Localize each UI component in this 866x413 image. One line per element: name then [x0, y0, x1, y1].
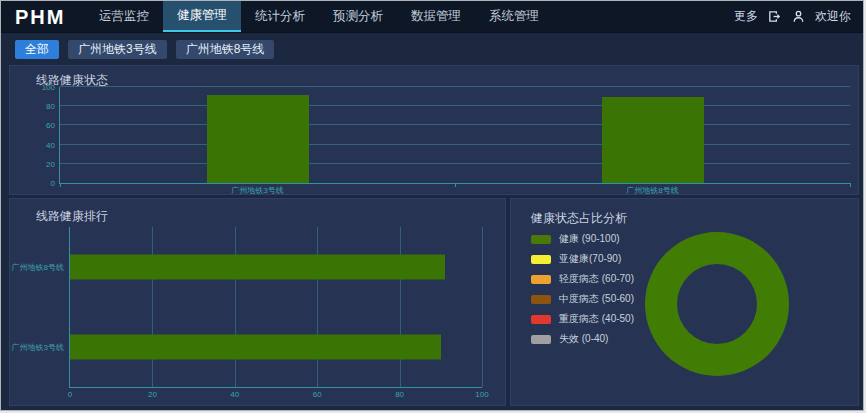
app-logo: PHM	[1, 1, 85, 32]
x-category-label: 广州地铁8号线	[455, 185, 850, 196]
nav-tab[interactable]: 健康管理	[163, 1, 241, 32]
legend-swatch	[531, 235, 551, 244]
bar-slot: 广州地铁8号线	[455, 87, 850, 183]
axis-tick	[850, 183, 851, 187]
panel-title: 线路健康排行	[36, 208, 108, 225]
legend-item[interactable]: 中度病态 (50-60)	[531, 292, 634, 306]
donut-legend: 健康 (90-100)亚健康(70-90)轻度病态 (60-70)中度病态 (5…	[531, 232, 634, 346]
x-axis-tick-label: 20	[148, 390, 157, 399]
x-axis-tick-label: 100	[475, 390, 488, 399]
legend-swatch	[531, 295, 551, 304]
legend-swatch	[531, 275, 551, 284]
phm-dashboard: PHM 运营监控健康管理统计分析预测分析数据管理系统管理 更多 欢迎你 全部广州…	[0, 0, 864, 411]
bar[interactable]	[70, 335, 441, 360]
legend-label: 失效 (0-40)	[559, 332, 608, 346]
legend-item[interactable]: 重度病态 (40-50)	[531, 312, 634, 326]
y-category-label: 广州地铁8号线	[12, 262, 64, 273]
legend-swatch	[531, 255, 551, 264]
nav-tab[interactable]: 预测分析	[319, 1, 397, 32]
legend-label: 轻度病态 (60-70)	[559, 272, 634, 286]
panel-line-health-ranking: 线路健康排行 020406080100广州地铁8号线广州地铁3号线	[9, 198, 506, 406]
axis-tick	[455, 183, 456, 187]
y-axis-tick-label: 80	[46, 102, 55, 111]
legend-item[interactable]: 失效 (0-40)	[531, 332, 634, 346]
bar[interactable]	[602, 97, 704, 183]
line-filter-group: 全部广州地铁3号线广州地铁8号线	[15, 40, 274, 59]
nav-tab[interactable]: 系统管理	[475, 1, 553, 32]
logout-icon[interactable]	[767, 9, 782, 24]
bar-row: 广州地铁8号线	[70, 227, 482, 307]
y-axis-tick-label: 60	[46, 121, 55, 130]
nav-tab[interactable]: 运营监控	[85, 1, 163, 32]
x-axis-tick-label: 60	[313, 390, 322, 399]
legend-item[interactable]: 轻度病态 (60-70)	[531, 272, 634, 286]
nav-tab[interactable]: 数据管理	[397, 1, 475, 32]
legend-swatch	[531, 335, 551, 344]
panel-title: 健康状态占比分析	[531, 210, 627, 227]
top-navbar: PHM 运营监控健康管理统计分析预测分析数据管理系统管理 更多 欢迎你	[1, 1, 863, 33]
nav-tab[interactable]: 统计分析	[241, 1, 319, 32]
panel-line-health-status: 线路健康状态 020406080100广州地铁3号线广州地铁8号线	[9, 65, 859, 195]
y-category-label: 广州地铁3号线	[12, 342, 64, 353]
user-icon[interactable]	[791, 9, 806, 24]
legend-label: 健康 (90-100)	[559, 232, 620, 246]
bar-chart-line-health: 020406080100广州地铁3号线广州地铁8号线	[59, 87, 850, 184]
bar-chart-line-ranking: 020406080100广州地铁8号线广州地铁3号线	[69, 227, 482, 388]
x-axis-tick-label: 80	[395, 390, 404, 399]
bar[interactable]	[207, 95, 309, 183]
panel-health-status-share: 健康状态占比分析 健康 (90-100)亚健康(70-90)轻度病态 (60-7…	[510, 198, 859, 406]
bar-row: 广州地铁3号线	[70, 307, 482, 387]
y-axis-tick-label: 0	[51, 179, 55, 188]
legend-swatch	[531, 315, 551, 324]
axis-tick	[60, 183, 61, 187]
donut-chart	[645, 232, 789, 376]
legend-label: 重度病态 (40-50)	[559, 312, 634, 326]
navbar-right: 更多 欢迎你	[734, 1, 863, 32]
y-axis-tick-label: 20	[46, 159, 55, 168]
bar-slot: 广州地铁3号线	[60, 87, 455, 183]
x-axis-tick-label: 0	[68, 390, 72, 399]
legend-item[interactable]: 亚健康(70-90)	[531, 252, 634, 266]
y-axis-tick-label: 100	[42, 83, 55, 92]
bar[interactable]	[70, 255, 445, 280]
welcome-text: 欢迎你	[815, 8, 851, 25]
filter-button[interactable]: 广州地铁3号线	[68, 40, 167, 59]
more-link[interactable]: 更多	[734, 8, 758, 25]
legend-label: 中度病态 (50-60)	[559, 292, 634, 306]
nav-menu: 运营监控健康管理统计分析预测分析数据管理系统管理	[85, 1, 553, 32]
filter-button[interactable]: 全部	[15, 40, 59, 59]
gridline	[482, 227, 483, 387]
filter-button[interactable]: 广州地铁8号线	[176, 40, 275, 59]
legend-label: 亚健康(70-90)	[559, 252, 621, 266]
x-category-label: 广州地铁3号线	[60, 185, 455, 196]
legend-item[interactable]: 健康 (90-100)	[531, 232, 634, 246]
y-axis-tick-label: 40	[46, 140, 55, 149]
x-axis-tick-label: 40	[230, 390, 239, 399]
